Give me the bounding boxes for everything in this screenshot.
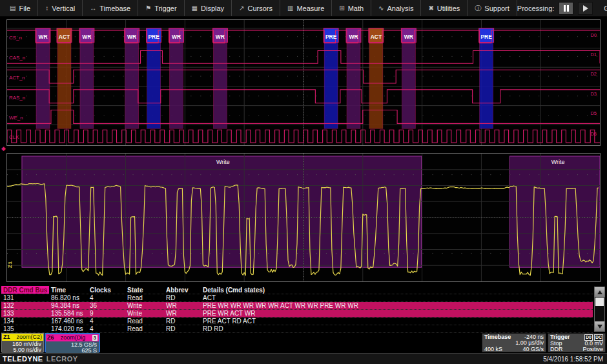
svg-text:WR: WR [127,34,136,40]
svg-text:CAS_n: CAS_n [9,55,25,61]
play-icon [583,5,588,12]
footer-bar: TELEDYNE LECROY 5/4/2016 1:58:52 PM [0,353,607,364]
z1-trace-label: Z1 [7,261,13,268]
z6-descriptor-box[interactable]: Z6zoom(Dig3 12.5 GS/s625 S [45,333,100,352]
oscilloscope-screen: ▤File ↕Vertical ↔Timebase ⚑Trigger ▦Disp… [0,0,607,364]
ddr-decode-table: DDR Cmd Bus Time Clocks State Abbrev Det… [1,286,593,333]
trigger-box[interactable]: TriggerD0DC Stop0.0 mV DDRPositive [548,333,606,352]
menu-item-measure[interactable]: ▥Measure [280,0,332,16]
svg-text:Write: Write [216,159,230,165]
svg-text:D5: D5 [590,111,597,117]
brand-logo: TELEDYNE [3,355,43,363]
table-header-row: DDR Cmd Bus Time Clocks State Abbrev Det… [1,286,593,294]
table-row[interactable]: 135174.020 ns4ReadRDRD RD [1,325,593,333]
svg-text:CLK: CLK [9,134,19,140]
menu-label: Display [201,5,224,12]
menu-label: File [19,5,30,12]
brand-logo-secondary: LECROY [46,355,78,363]
menu-label: Cursors [247,5,273,12]
table-scrollbar [594,287,605,332]
scrollbar-track[interactable] [595,307,604,321]
scroll-up-icon [597,290,602,294]
svg-text:WR: WR [38,34,47,40]
svg-text:WR: WR [404,34,413,40]
svg-text:WR: WR [172,34,181,40]
svg-text:ACT: ACT [371,34,382,40]
col-header-details: Details (Cmd states) [201,286,593,294]
menu-item-vertical[interactable]: ↕Vertical [38,0,83,16]
svg-text:ACT: ACT [59,34,70,40]
menu-item-trigger[interactable]: ⚑Trigger [138,0,184,16]
table-row[interactable]: 13186.820 ns4ReadRDACT [1,294,593,302]
z1-descriptor-box[interactable]: Z1zoom(C2) 160 mV/div5.00 ns/div [1,333,44,352]
datetime-display: 5/4/2016 1:58:52 PM [543,356,604,363]
svg-text:D6: D6 [590,131,597,137]
menu-item-utilities[interactable]: ✖Utilities [421,0,468,16]
menu-label: Utilities [437,5,460,12]
menu-item-math[interactable]: ⊞Math [332,0,371,16]
processing-label: Processing: [517,5,554,12]
menu-label: Trigger [154,5,176,12]
svg-text:D0: D0 [590,32,597,38]
trigger-position-marker-icon[interactable]: ◆ [1,146,6,152]
svg-text:WE_n: WE_n [9,115,23,121]
pause-button[interactable] [559,2,573,15]
menu-bar: ▤File ↕Vertical ↔Timebase ⚑Trigger ▦Disp… [0,0,607,17]
svg-text:PRE: PRE [148,34,159,40]
svg-text:PRE: PRE [325,34,337,40]
table-row[interactable]: 134167.460 ns4ReadRDPRE ACT RD ACT [1,318,593,325]
menu-item-file[interactable]: ▤File [3,0,38,16]
menu-label: Timebase [99,5,130,12]
svg-text:CS_n: CS_n [9,35,22,41]
scroll-down-icon [597,325,602,329]
menu-label: Analysis [387,5,414,12]
waveform-chart-icon: ∿ [378,5,384,12]
svg-text:WR: WR [349,34,358,40]
menu-label: Support [484,5,509,12]
menu-label: Vertical [52,5,75,12]
col-header-clocks: Clocks [88,286,125,294]
scroll-up-button[interactable] [595,287,604,297]
gesture-label: Gesture [604,5,607,12]
table-row[interactable]: 133135.584 ns9WriteWRPRE WR ACT WR [1,310,593,318]
svg-text:RAS_n: RAS_n [9,95,25,101]
menu-label: Math [348,5,364,12]
cursor-arrow-icon: ↗ [239,5,244,12]
ruler-icon: ▥ [287,5,293,12]
svg-text:ACT_n: ACT_n [9,75,25,81]
svg-text:D1: D1 [590,52,597,57]
pause-icon [564,5,566,12]
analog-waveform-graticule: WriteWrite [7,154,600,281]
vertical-arrows-icon: ↕ [45,5,48,12]
info-icon: ⓘ [475,4,481,13]
menu-item-analysis[interactable]: ∿Analysis [371,0,421,16]
col-header-abbrev: Abbrev [164,286,201,294]
svg-text:D3: D3 [590,91,597,97]
tools-icon: ✖ [428,5,433,12]
digital-timing-panel[interactable]: CS_nCAS_nACT_nRAS_nWE_nCLKD0D1D2D3D5D6WR… [6,19,601,146]
flag-icon: ⚑ [145,5,151,12]
svg-text:PRE: PRE [480,34,492,40]
table-title[interactable]: DDR Cmd Bus [1,286,49,294]
table-row[interactable]: 13294.384 ns36WriteWRPRE WR WR WR WR WR … [1,302,593,310]
menu-label: Measure [296,5,324,12]
status-row: Z1zoom(C2) 160 mV/div5.00 ns/div Z6zoom(… [1,333,606,352]
menu-item-display[interactable]: ▦Display [185,0,232,16]
timebase-box[interactable]: Timebase-240 ns 1.00 µs/div 400 kS40 GS/… [482,333,546,352]
display-grid-icon: ▦ [192,5,198,12]
digital-bus-graticule: CS_nCAS_nACT_nRAS_nWE_nCLKD0D1D2D3D5D6WR… [7,20,600,145]
svg-text:WR: WR [216,34,225,40]
col-header-time: Time [49,286,88,294]
menu-item-cursors[interactable]: ↗Cursors [232,0,280,16]
col-header-state: State [125,286,164,294]
z6-count-badge: 3 [92,335,98,341]
analog-zoom-panel[interactable]: WriteWrite [6,153,601,282]
scrollbar-thumb[interactable] [595,298,604,306]
scroll-down-button[interactable] [595,321,604,331]
svg-text:WR: WR [82,34,91,40]
calculator-icon: ⊞ [339,5,344,12]
file-icon: ▤ [10,5,15,12]
menu-item-support[interactable]: ⓘSupport [468,0,517,16]
menu-item-timebase[interactable]: ↔Timebase [83,0,138,16]
play-button[interactable] [578,2,593,15]
